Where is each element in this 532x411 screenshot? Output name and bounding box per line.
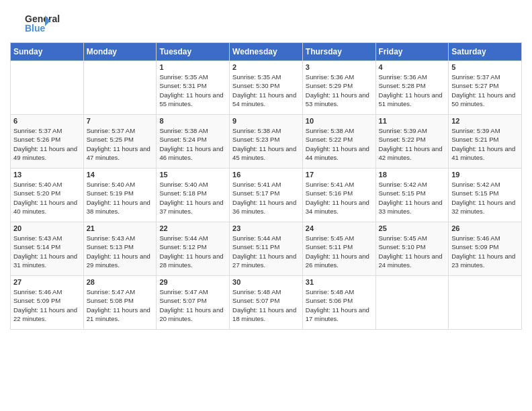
- header-cell-sunday: Sunday: [11, 43, 84, 61]
- cell-info: Sunrise: 5:45 AM Sunset: 5:11 PM Dayligh…: [306, 234, 373, 269]
- header-cell-tuesday: Tuesday: [157, 43, 230, 61]
- day-number: 15: [159, 171, 226, 179]
- logo-icon: General Blue: [10, 10, 64, 37]
- day-number: 20: [13, 224, 81, 232]
- calendar-cell: 26Sunrise: 5:46 AM Sunset: 5:09 PM Dayli…: [449, 222, 522, 276]
- calendar-cell: 23Sunrise: 5:44 AM Sunset: 5:11 PM Dayli…: [230, 222, 303, 276]
- cell-info: Sunrise: 5:41 AM Sunset: 5:17 PM Dayligh…: [232, 180, 300, 216]
- calendar-cell: 17Sunrise: 5:41 AM Sunset: 5:16 PM Dayli…: [302, 169, 375, 222]
- cell-info: Sunrise: 5:35 AM Sunset: 5:31 PM Dayligh…: [159, 73, 226, 108]
- day-number: 28: [87, 278, 154, 286]
- calendar-cell: 12Sunrise: 5:39 AM Sunset: 5:21 PM Dayli…: [449, 115, 522, 169]
- day-number: 31: [306, 278, 373, 286]
- calendar-cell: 3Sunrise: 5:36 AM Sunset: 5:29 PM Daylig…: [302, 61, 375, 115]
- cell-info: Sunrise: 5:43 AM Sunset: 5:13 PM Dayligh…: [87, 234, 154, 269]
- cell-info: Sunrise: 5:41 AM Sunset: 5:16 PM Dayligh…: [306, 180, 373, 216]
- day-number: 6: [13, 117, 81, 125]
- day-number: 16: [232, 171, 300, 179]
- calendar-cell: [83, 61, 157, 115]
- day-number: 2: [232, 63, 300, 71]
- cell-info: Sunrise: 5:42 AM Sunset: 5:15 PM Dayligh…: [379, 180, 446, 216]
- cell-info: Sunrise: 5:38 AM Sunset: 5:22 PM Dayligh…: [306, 126, 373, 162]
- day-number: 24: [306, 224, 373, 232]
- day-number: 14: [87, 171, 154, 179]
- calendar-cell: [375, 276, 449, 330]
- cell-info: Sunrise: 5:44 AM Sunset: 5:11 PM Dayligh…: [232, 234, 300, 269]
- cell-info: Sunrise: 5:35 AM Sunset: 5:30 PM Dayligh…: [232, 73, 300, 108]
- week-row-1: 6Sunrise: 5:37 AM Sunset: 5:26 PM Daylig…: [11, 115, 522, 169]
- cell-info: Sunrise: 5:37 AM Sunset: 5:25 PM Dayligh…: [87, 126, 154, 162]
- calendar-cell: 25Sunrise: 5:45 AM Sunset: 5:10 PM Dayli…: [375, 222, 449, 276]
- header-cell-friday: Friday: [375, 43, 449, 61]
- page-header: General Blue: [10, 7, 522, 37]
- day-number: 26: [451, 224, 519, 232]
- cell-info: Sunrise: 5:48 AM Sunset: 5:06 PM Dayligh…: [306, 287, 373, 323]
- calendar-cell: 11Sunrise: 5:39 AM Sunset: 5:22 PM Dayli…: [375, 115, 449, 169]
- calendar-cell: 8Sunrise: 5:38 AM Sunset: 5:24 PM Daylig…: [157, 115, 230, 169]
- week-row-4: 27Sunrise: 5:46 AM Sunset: 5:09 PM Dayli…: [11, 276, 522, 330]
- day-number: 5: [451, 63, 519, 71]
- cell-info: Sunrise: 5:38 AM Sunset: 5:23 PM Dayligh…: [232, 126, 300, 162]
- day-number: 7: [87, 117, 154, 125]
- week-row-3: 20Sunrise: 5:43 AM Sunset: 5:14 PM Dayli…: [11, 222, 522, 276]
- day-number: 4: [379, 63, 446, 71]
- cell-info: Sunrise: 5:38 AM Sunset: 5:24 PM Dayligh…: [159, 126, 226, 162]
- calendar-cell: 19Sunrise: 5:42 AM Sunset: 5:15 PM Dayli…: [449, 169, 522, 222]
- calendar-cell: 5Sunrise: 5:37 AM Sunset: 5:27 PM Daylig…: [449, 61, 522, 115]
- cell-info: Sunrise: 5:40 AM Sunset: 5:20 PM Dayligh…: [13, 180, 81, 216]
- cell-info: Sunrise: 5:36 AM Sunset: 5:28 PM Dayligh…: [379, 73, 446, 108]
- day-number: 19: [451, 171, 519, 179]
- calendar-cell: 16Sunrise: 5:41 AM Sunset: 5:17 PM Dayli…: [230, 169, 303, 222]
- cell-info: Sunrise: 5:39 AM Sunset: 5:22 PM Dayligh…: [379, 126, 446, 162]
- calendar-cell: 2Sunrise: 5:35 AM Sunset: 5:30 PM Daylig…: [230, 61, 303, 115]
- calendar-cell: 6Sunrise: 5:37 AM Sunset: 5:26 PM Daylig…: [11, 115, 84, 169]
- cell-info: Sunrise: 5:44 AM Sunset: 5:12 PM Dayligh…: [159, 234, 226, 269]
- week-row-0: 1Sunrise: 5:35 AM Sunset: 5:31 PM Daylig…: [11, 61, 522, 115]
- cell-info: Sunrise: 5:47 AM Sunset: 5:08 PM Dayligh…: [87, 287, 154, 323]
- calendar-body: 1Sunrise: 5:35 AM Sunset: 5:31 PM Daylig…: [11, 61, 522, 330]
- header-cell-saturday: Saturday: [449, 43, 522, 61]
- calendar-cell: 15Sunrise: 5:40 AM Sunset: 5:18 PM Dayli…: [157, 169, 230, 222]
- cell-info: Sunrise: 5:47 AM Sunset: 5:07 PM Dayligh…: [159, 287, 226, 323]
- day-number: 17: [306, 171, 373, 179]
- day-number: 23: [232, 224, 300, 232]
- day-number: 29: [159, 278, 226, 286]
- calendar-cell: 13Sunrise: 5:40 AM Sunset: 5:20 PM Dayli…: [11, 169, 84, 222]
- logo: General Blue: [10, 10, 66, 37]
- cell-info: Sunrise: 5:36 AM Sunset: 5:29 PM Dayligh…: [306, 73, 373, 108]
- cell-info: Sunrise: 5:48 AM Sunset: 5:07 PM Dayligh…: [232, 287, 300, 323]
- cell-info: Sunrise: 5:43 AM Sunset: 5:14 PM Dayligh…: [13, 234, 81, 269]
- calendar-cell: 22Sunrise: 5:44 AM Sunset: 5:12 PM Dayli…: [157, 222, 230, 276]
- calendar-cell: 1Sunrise: 5:35 AM Sunset: 5:31 PM Daylig…: [157, 61, 230, 115]
- calendar-cell: 21Sunrise: 5:43 AM Sunset: 5:13 PM Dayli…: [83, 222, 157, 276]
- calendar-cell: [11, 61, 84, 115]
- calendar-cell: 20Sunrise: 5:43 AM Sunset: 5:14 PM Dayli…: [11, 222, 84, 276]
- calendar-cell: 30Sunrise: 5:48 AM Sunset: 5:07 PM Dayli…: [230, 276, 303, 330]
- calendar-cell: 24Sunrise: 5:45 AM Sunset: 5:11 PM Dayli…: [302, 222, 375, 276]
- calendar-cell: 29Sunrise: 5:47 AM Sunset: 5:07 PM Dayli…: [157, 276, 230, 330]
- calendar-cell: [449, 276, 522, 330]
- svg-text:Blue: Blue: [25, 23, 46, 34]
- calendar-cell: 9Sunrise: 5:38 AM Sunset: 5:23 PM Daylig…: [230, 115, 303, 169]
- day-number: 13: [13, 171, 81, 179]
- cell-info: Sunrise: 5:46 AM Sunset: 5:09 PM Dayligh…: [13, 287, 81, 323]
- cell-info: Sunrise: 5:37 AM Sunset: 5:27 PM Dayligh…: [451, 73, 519, 108]
- day-number: 1: [159, 63, 226, 71]
- day-number: 12: [451, 117, 519, 125]
- cell-info: Sunrise: 5:42 AM Sunset: 5:15 PM Dayligh…: [451, 180, 519, 216]
- header-cell-thursday: Thursday: [302, 43, 375, 61]
- calendar-cell: 4Sunrise: 5:36 AM Sunset: 5:28 PM Daylig…: [375, 61, 449, 115]
- cell-info: Sunrise: 5:46 AM Sunset: 5:09 PM Dayligh…: [451, 234, 519, 269]
- day-number: 8: [159, 117, 226, 125]
- cell-info: Sunrise: 5:37 AM Sunset: 5:26 PM Dayligh…: [13, 126, 81, 162]
- day-number: 25: [379, 224, 446, 232]
- header-cell-monday: Monday: [83, 43, 157, 61]
- calendar-cell: 18Sunrise: 5:42 AM Sunset: 5:15 PM Dayli…: [375, 169, 449, 222]
- cell-info: Sunrise: 5:45 AM Sunset: 5:10 PM Dayligh…: [379, 234, 446, 269]
- cell-info: Sunrise: 5:40 AM Sunset: 5:18 PM Dayligh…: [159, 180, 226, 216]
- day-number: 10: [306, 117, 373, 125]
- calendar-cell: 28Sunrise: 5:47 AM Sunset: 5:08 PM Dayli…: [83, 276, 157, 330]
- day-number: 30: [232, 278, 300, 286]
- calendar-cell: 27Sunrise: 5:46 AM Sunset: 5:09 PM Dayli…: [11, 276, 84, 330]
- day-number: 11: [379, 117, 446, 125]
